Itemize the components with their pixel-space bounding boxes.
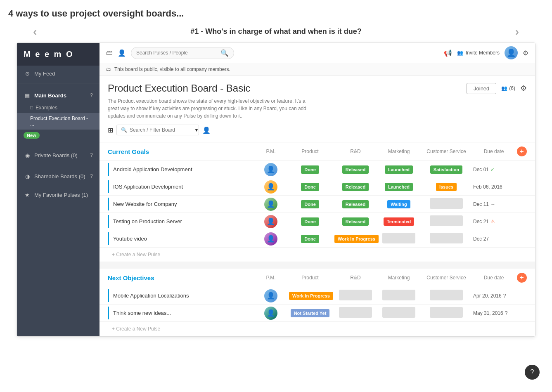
sidebar-item-private-boards[interactable]: ◉ Private Boards (0) [24, 148, 78, 162]
marketing-cell[interactable] [378, 288, 419, 304]
pm-cell: 👤 [254, 215, 287, 228]
sidebar-item-active-board[interactable]: Product Execution Board - ... [17, 113, 100, 130]
marketing-cell[interactable] [378, 305, 419, 321]
rnd-cell[interactable] [333, 288, 378, 304]
private-boards-help[interactable]: ? [90, 152, 93, 158]
table-row[interactable]: Think some new ideas...👤Not Started YetM… [100, 305, 535, 322]
sidebar-item-examples[interactable]: □ Examples [17, 102, 100, 113]
sidebar-new-board[interactable]: New [17, 130, 100, 141]
rnd-cell[interactable]: Released [333, 164, 378, 175]
avatar[interactable]: 👤 [264, 289, 277, 302]
invite-icon: 👥 [457, 50, 463, 56]
sidebar-item-main-boards[interactable]: ▦ Main Boards [24, 88, 66, 102]
pulse-name[interactable]: Android Application Development [108, 163, 254, 176]
product-cell[interactable]: Not Started Yet [287, 307, 333, 319]
sidebar-item-favorites[interactable]: ★ My Favorite Pulses (1) [17, 187, 100, 203]
pulse-name[interactable]: New Website for Company [108, 198, 254, 210]
customer-cell[interactable]: Satisfaction [419, 164, 473, 175]
settings-dot-icon[interactable]: ⚙ [523, 49, 528, 57]
next-objectives-header: Next Objectives P.M. Product R&D Marketi… [100, 269, 535, 287]
add-next-objectives-btn[interactable]: + [517, 273, 527, 283]
customer-cell[interactable] [419, 288, 473, 304]
avatar[interactable]: 👤 [264, 215, 277, 228]
pulse-name[interactable]: Youtube video [108, 232, 254, 245]
customer-cell[interactable]: Issues [419, 181, 473, 193]
filter-user-icon[interactable]: 👤 [202, 126, 211, 134]
product-cell[interactable]: Done [287, 164, 333, 175]
avatar[interactable]: 👤 [264, 232, 277, 246]
rnd-cell[interactable] [333, 305, 378, 321]
table-row[interactable]: New Website for Company👤DoneReleasedWait… [100, 196, 535, 213]
rnd-cell[interactable]: Work in Progress [333, 233, 378, 245]
table-row[interactable]: Mobile Application Localizations👤Work in… [100, 287, 535, 305]
create-pulse-next[interactable]: + Create a New Pulse [100, 322, 535, 336]
add-current-goals-btn[interactable]: + [517, 146, 527, 156]
help-button[interactable]: ? [525, 365, 540, 380]
main-boards-help[interactable]: ? [90, 92, 93, 98]
product-cell[interactable]: Work in Progress [287, 290, 333, 302]
table-row[interactable]: Android Application Development👤DoneRele… [100, 161, 535, 178]
create-pulse-current[interactable]: + Create a New Pulse [100, 248, 535, 262]
avatar[interactable]: 👤 [264, 180, 277, 194]
sidebar-item-my-feed[interactable]: ⊙ My Feed [17, 66, 100, 81]
filter-input[interactable] [130, 127, 192, 133]
pulse-name[interactable]: Think some new ideas... [108, 307, 254, 319]
pm-cell: 👤 [254, 198, 287, 211]
product-cell[interactable]: Done [287, 233, 333, 245]
due-date-cell: Feb 06, 2016 [473, 184, 514, 190]
user-icon[interactable]: 👤 [118, 49, 126, 57]
filter-input-box: 🔍 ▼ [116, 125, 199, 135]
pulse-name[interactable]: IOS Application Development [108, 180, 254, 193]
marketing-cell[interactable]: Waiting [378, 198, 419, 210]
sidebar-item-shareable-boards[interactable]: ◑ Shareable Boards (0) [24, 169, 85, 183]
shareable-boards-help[interactable]: ? [90, 173, 93, 179]
marketing-cell[interactable] [378, 231, 419, 247]
avatar[interactable]: 👤 [505, 46, 518, 59]
col-rnd: R&D [333, 149, 378, 154]
table-row[interactable]: Youtube video👤DoneWork in ProgressDec 27 [100, 230, 535, 248]
filter-dropdown-icon[interactable]: ▼ [194, 127, 199, 133]
page-title: 4 ways to use project oversight boards..… [8, 8, 544, 19]
search-input[interactable] [136, 50, 218, 56]
customer-cell[interactable] [419, 196, 473, 212]
col-pm-2: P.M. [254, 275, 287, 281]
avatar[interactable]: 👤 [264, 198, 277, 211]
app-logo: M e e m O [17, 43, 100, 66]
search-box: 🔍 [131, 47, 234, 59]
marketing-cell[interactable]: Launched [378, 181, 419, 193]
product-cell[interactable]: Done [287, 216, 333, 227]
board-icon[interactable]: 🗃 [106, 49, 113, 57]
notification-icon[interactable]: 📢 [444, 49, 452, 57]
board-gear-icon[interactable]: ⚙ [520, 84, 527, 93]
marketing-cell[interactable]: Terminated [378, 216, 419, 227]
joined-button[interactable]: Joined [467, 83, 496, 94]
rnd-cell[interactable]: Released [333, 181, 378, 193]
current-goals-header: Current Goals P.M. Product R&D Marketing… [100, 142, 535, 161]
due-date-cell: Dec 21 ⚠ [473, 219, 514, 224]
pulse-name[interactable]: Mobile Application Localizations [108, 289, 254, 302]
prev-arrow[interactable]: ‹ [33, 25, 37, 38]
col-marketing-2: Marketing [378, 275, 419, 281]
invite-members-btn[interactable]: 👥 Invite Members [457, 50, 500, 56]
private-icon: ◉ [24, 151, 31, 159]
table-row[interactable]: Testing on Production Server👤DoneRelease… [100, 213, 535, 230]
product-cell[interactable]: Done [287, 198, 333, 210]
customer-cell[interactable] [419, 214, 473, 229]
filter-grid-icon: ⊞ [108, 126, 113, 134]
col-marketing: Marketing [378, 149, 419, 154]
members-badge[interactable]: 👥 (6) [501, 85, 515, 91]
pulse-name[interactable]: Testing on Production Server [108, 215, 254, 228]
col-customer: Customer Service [419, 149, 473, 154]
marketing-cell[interactable]: Launched [378, 164, 419, 175]
avatar[interactable]: 👤 [264, 307, 277, 320]
pm-cell: 👤 [254, 307, 287, 320]
rnd-cell[interactable]: Released [333, 216, 378, 227]
product-cell[interactable]: Done [287, 181, 333, 193]
customer-cell[interactable] [419, 305, 473, 321]
rnd-cell[interactable]: Released [333, 198, 378, 210]
table-row[interactable]: IOS Application Development👤DoneReleased… [100, 178, 535, 196]
current-goals-table: Current Goals P.M. Product R&D Marketing… [100, 142, 535, 262]
customer-cell[interactable] [419, 231, 473, 247]
next-arrow[interactable]: › [515, 25, 519, 38]
avatar[interactable]: 👤 [264, 163, 277, 176]
